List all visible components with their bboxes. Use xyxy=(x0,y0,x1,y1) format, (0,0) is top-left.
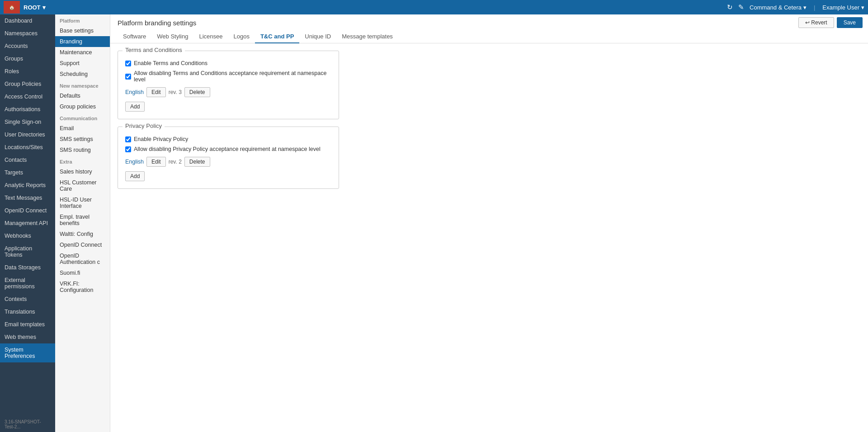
sidebar-item-namespaces[interactable]: Namespaces xyxy=(0,27,55,40)
sec-item-waltti-config[interactable]: Waltti: Config xyxy=(55,229,110,239)
root-arrow-icon: ▾ xyxy=(42,4,46,11)
root-label: ROOT xyxy=(24,4,41,11)
privacy-add-button[interactable]: Add xyxy=(125,171,145,181)
sidebar-item-web-themes[interactable]: Web themes xyxy=(0,331,55,343)
user-button[interactable]: Example User ▾ xyxy=(822,4,864,11)
sec-item-scheduling[interactable]: Scheduling xyxy=(55,69,110,80)
sidebar-item-roles[interactable]: Roles xyxy=(0,65,55,78)
sidebar-secondary: Platform Base settings Branding Maintena… xyxy=(55,14,110,432)
privacy-section: Privacy Policy Enable Privacy Policy All… xyxy=(118,127,339,189)
terms-enable-checkbox[interactable] xyxy=(125,61,131,66)
sec-item-base-settings[interactable]: Base settings xyxy=(55,25,110,36)
edit-icon[interactable]: ✎ xyxy=(738,3,744,11)
sidebar-item-text-messages[interactable]: Text Messages xyxy=(0,192,55,204)
tab-message-templates[interactable]: Message templates xyxy=(336,30,398,43)
terms-section-title: Terms and Conditions xyxy=(123,47,185,53)
sec-item-openid-connect-extra[interactable]: OpenID Connect xyxy=(55,239,110,250)
sidebar-item-application-tokens[interactable]: Application Tokens xyxy=(0,242,55,261)
terms-add-button[interactable]: Add xyxy=(125,102,145,112)
command-button[interactable]: Command & Cetera ▾ xyxy=(750,4,807,11)
sec-item-sms-routing[interactable]: SMS routing xyxy=(55,145,110,155)
tab-tandc[interactable]: T&C and PP xyxy=(255,30,299,43)
sidebar-item-webhooks[interactable]: Webhooks xyxy=(0,230,55,242)
sidebar-item-email-templates[interactable]: Email templates xyxy=(0,318,55,331)
sec-item-hsl-id-user-interface[interactable]: HSL-ID User Interface xyxy=(55,194,110,211)
sidebar-item-management-api[interactable]: Management API xyxy=(0,217,55,230)
sidebar-item-analytic-reports[interactable]: Analytic Reports xyxy=(0,179,55,192)
sidebar-item-system-preferences[interactable]: System Preferences xyxy=(0,343,55,362)
tab-software[interactable]: Software xyxy=(118,30,151,43)
app-logo: 🏠 xyxy=(4,1,20,14)
communication-section-header: Communication xyxy=(55,112,110,123)
terms-edit-button[interactable]: Edit xyxy=(146,87,166,97)
privacy-edit-button[interactable]: Edit xyxy=(146,157,166,167)
sec-item-group-policies-sec[interactable]: Group policies xyxy=(55,101,110,112)
sidebar-item-contacts[interactable]: Contacts xyxy=(0,154,55,166)
privacy-allow-row: Allow disabling Privacy Policy acceptanc… xyxy=(125,146,331,152)
terms-allow-checkbox[interactable] xyxy=(125,74,131,80)
command-arrow-icon: ▾ xyxy=(803,4,807,11)
terms-add-row: Add xyxy=(125,102,331,112)
sidebar-item-dashboard[interactable]: Dashboard xyxy=(0,14,55,27)
sidebar-item-locations-sites[interactable]: Locations/Sites xyxy=(0,141,55,154)
sidebar-item-authorisations[interactable]: Authorisations xyxy=(0,103,55,116)
sec-item-defaults[interactable]: Defaults xyxy=(55,90,110,101)
privacy-enable-row: Enable Privacy Policy xyxy=(125,136,331,142)
sec-item-vrk-fi[interactable]: VRK.FI: Configuration xyxy=(55,278,110,296)
sidebar-item-single-sign-on[interactable]: Single Sign-on xyxy=(0,116,55,128)
sidebar-item-accounts[interactable]: Accounts xyxy=(0,40,55,52)
revert-button[interactable]: ↩ Revert xyxy=(798,17,834,28)
header-separator: | xyxy=(814,4,815,11)
terms-enable-label: Enable Terms and Conditions xyxy=(134,60,208,66)
privacy-lang-link[interactable]: English xyxy=(125,159,144,165)
sidebar-item-user-directories[interactable]: User Directories xyxy=(0,128,55,141)
tab-logos[interactable]: Logos xyxy=(228,30,255,43)
sidebar-item-openid-connect[interactable]: OpenID Connect xyxy=(0,204,55,217)
sec-item-suomi-fi[interactable]: Suomi.fi xyxy=(55,268,110,278)
sidebar-item-access-control[interactable]: Access Control xyxy=(0,90,55,103)
user-arrow-icon: ▾ xyxy=(861,4,864,11)
terms-lang-row: English Edit rev. 3 Delete xyxy=(125,87,331,97)
terms-enable-row: Enable Terms and Conditions xyxy=(125,60,331,66)
privacy-enable-checkbox[interactable] xyxy=(125,136,131,142)
sec-item-support[interactable]: Support xyxy=(55,58,110,69)
tab-web-styling[interactable]: Web Styling xyxy=(151,30,193,43)
action-buttons: ↩ Revert Save xyxy=(798,17,863,28)
privacy-add-row: Add xyxy=(125,171,331,181)
privacy-section-title: Privacy Policy xyxy=(123,122,165,129)
sec-item-openid-authentication[interactable]: OpenID Authentication c xyxy=(55,250,110,268)
sec-item-branding[interactable]: Branding xyxy=(55,36,110,47)
sidebar-item-external-permissions[interactable]: External permissions xyxy=(0,274,55,293)
sec-item-empl-travel-benefits[interactable]: Empl. travel benefits xyxy=(55,211,110,229)
save-button[interactable]: Save xyxy=(837,17,863,28)
page-title: Platform branding settings xyxy=(118,19,861,27)
platform-section-header: Platform xyxy=(55,14,110,25)
terms-rev-text: rev. 3 xyxy=(169,89,182,95)
sidebar-item-group-policies[interactable]: Group Policies xyxy=(0,78,55,90)
content-header: Platform branding settings Software Web … xyxy=(110,14,868,43)
privacy-enable-label: Enable Privacy Policy xyxy=(134,136,188,142)
sidebar-item-data-storages[interactable]: Data Storages xyxy=(0,261,55,274)
terms-lang-link[interactable]: English xyxy=(125,89,144,95)
sec-item-maintenance[interactable]: Maintenance xyxy=(55,47,110,58)
terms-delete-button[interactable]: Delete xyxy=(184,87,210,97)
user-label: Example User xyxy=(822,4,859,11)
sidebar-item-groups[interactable]: Groups xyxy=(0,52,55,65)
privacy-allow-checkbox[interactable] xyxy=(125,146,131,152)
privacy-lang-row: English Edit rev. 2 Delete xyxy=(125,157,331,167)
tab-unique-id[interactable]: Unique ID xyxy=(299,30,336,43)
tabs: Software Web Styling Licensee Logos T&C … xyxy=(118,30,861,43)
sec-item-sales-history[interactable]: Sales history xyxy=(55,166,110,177)
terms-allow-row: Allow disabling Terms and Conditions acc… xyxy=(125,70,331,83)
root-button[interactable]: ROOT ▾ xyxy=(24,4,46,11)
sec-item-sms-settings[interactable]: SMS settings xyxy=(55,134,110,145)
sidebar-item-translations[interactable]: Translations xyxy=(0,305,55,318)
sec-item-hsl-customer-care[interactable]: HSL Customer Care xyxy=(55,177,110,194)
refresh-icon[interactable]: ↻ xyxy=(727,3,733,11)
sec-item-email[interactable]: Email xyxy=(55,123,110,134)
privacy-delete-button[interactable]: Delete xyxy=(184,157,210,167)
sidebar-item-targets[interactable]: Targets xyxy=(0,166,55,179)
sidebar-item-contexts[interactable]: Contexts xyxy=(0,293,55,305)
command-label: Command & Cetera xyxy=(750,4,802,11)
tab-licensee[interactable]: Licensee xyxy=(193,30,228,43)
